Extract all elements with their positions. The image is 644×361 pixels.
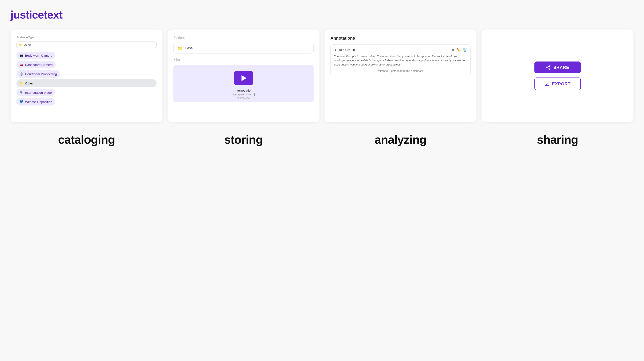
evidence-item-body-worn[interactable]: 📷 Body-worn Camera — [16, 52, 55, 59]
annotation-timestamp: 01:11-01:30 — [339, 48, 355, 52]
text-cursor — [33, 43, 33, 46]
edit-annotation-button[interactable]: ✏️ — [456, 48, 461, 52]
witness-label: Witness Deposition — [25, 100, 52, 104]
annotation-box: 01:11-01:30 ✕ ✏️ 🗑️ You have the right t… — [330, 44, 470, 76]
evidence-search-emoji: 📁 — [19, 43, 22, 46]
delete-annotation-button[interactable]: 🗑️ — [463, 48, 467, 52]
files-label: Files — [174, 58, 314, 61]
share-label: SHARE — [554, 65, 569, 70]
annotation-text: You have the right to remain silent. You… — [334, 54, 467, 67]
body-worn-label: Body-worn Camera — [25, 54, 52, 57]
evidence-item-dashboard[interactable]: 🚗 Dashboard Camera — [16, 61, 56, 68]
file-date: Aug 08, 2021 — [237, 96, 250, 99]
svg-line-3 — [548, 68, 549, 69]
evidence-type-card: Evidence Type 📁 Other 📷 Body-worn Camera… — [10, 29, 162, 122]
annotations-title: Annotations — [330, 36, 470, 41]
svg-point-1 — [546, 67, 548, 68]
other-label: Other — [25, 81, 33, 85]
file-thumbnail[interactable]: Interrogation Interrogation Video 🎙️ Aug… — [174, 65, 314, 102]
folders-label: Folders — [174, 36, 314, 39]
evidence-list: 📷 Body-worn Camera 🚗 Dashboard Camera ⚖️… — [16, 52, 156, 105]
svg-point-0 — [549, 65, 550, 66]
folders-files-card: Folders 📁 Case Files Interrogation Inter… — [168, 29, 320, 122]
card-actions: SHARE EXPORT — [488, 36, 628, 116]
folder-icon: 📁 — [178, 46, 183, 51]
evidence-search-text: Other — [24, 43, 31, 46]
export-icon — [544, 81, 550, 86]
svg-line-4 — [548, 66, 549, 67]
video-preview — [234, 71, 253, 85]
cards-row: Evidence Type 📁 Other 📷 Body-worn Camera… — [10, 29, 634, 122]
interrogation-label: Interrogation Video — [25, 91, 52, 94]
dashboard-label: Dashboard Camera — [25, 63, 53, 66]
annotation-actions: ✕ ✏️ 🗑️ — [452, 48, 467, 52]
annotation-time: 01:11-01:30 — [334, 48, 355, 52]
share-button[interactable]: SHARE — [534, 61, 581, 73]
share-icon — [546, 65, 551, 70]
bottom-labels: cataloging storing analyzing sharing — [10, 133, 634, 146]
other-emoji: 📁 — [20, 81, 24, 85]
courtroom-emoji: ⚖️ — [20, 72, 24, 76]
evidence-item-witness[interactable]: 💙 Witness Deposition — [16, 98, 55, 105]
svg-point-2 — [549, 68, 550, 69]
bottom-label-sharing: sharing — [482, 133, 634, 146]
interrogation-emoji: 🎙️ — [20, 91, 24, 94]
annotation-header: 01:11-01:30 ✕ ✏️ 🗑️ — [334, 48, 467, 52]
case-folder[interactable]: 📁 Case — [174, 43, 314, 53]
evidence-type-label: Evidence Type — [16, 36, 156, 39]
bottom-label-analyzing: analyzing — [324, 133, 476, 146]
evidence-item-courtroom[interactable]: ⚖️ Courtroom Proceeding — [16, 70, 60, 78]
body-worn-emoji: 📷 — [20, 53, 24, 57]
evidence-item-interrogation[interactable]: 🎙️ Interrogation Video — [16, 89, 54, 96]
play-triangle-icon — [335, 49, 337, 51]
witness-emoji: 💙 — [20, 100, 24, 104]
dashboard-emoji: 🚗 — [20, 63, 24, 66]
export-button[interactable]: EXPORT — [534, 77, 581, 90]
annotation-play-button[interactable] — [334, 48, 338, 52]
share-export-card: SHARE EXPORT — [482, 29, 634, 122]
evidence-search-input[interactable]: 📁 Other — [16, 41, 156, 48]
folder-name: Case — [185, 46, 192, 50]
file-title: Interrogation — [234, 89, 252, 92]
bottom-label-storing: storing — [168, 133, 320, 146]
play-icon — [242, 75, 246, 81]
annotation-note: Miranda Rights read to the defendant — [334, 69, 467, 72]
bottom-label-cataloging: cataloging — [10, 133, 162, 146]
app-title: justicetext — [10, 8, 634, 21]
close-annotation-button[interactable]: ✕ — [452, 48, 454, 52]
annotations-card: Annotations 01:11-01:30 ✕ ✏️ 🗑️ You have… — [324, 29, 476, 122]
courtroom-label: Courtroom Proceeding — [25, 72, 57, 76]
evidence-item-other[interactable]: 📁 Other — [16, 79, 156, 87]
export-label: EXPORT — [552, 81, 570, 86]
file-subtitle: Interrogation Video 🎙️ — [231, 93, 256, 96]
